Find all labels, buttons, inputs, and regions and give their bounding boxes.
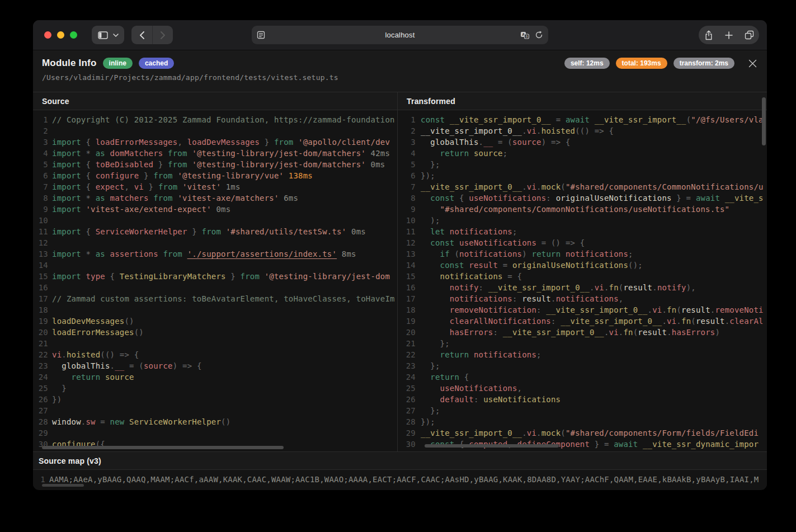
code-token: result xyxy=(696,317,725,326)
line-number: 17 xyxy=(398,293,416,304)
code-token: . xyxy=(662,305,667,314)
code-text: }; xyxy=(421,360,440,371)
code-token: : xyxy=(479,283,488,292)
line-number: 13 xyxy=(33,248,48,260)
sourcemap-horizontal-scrollbar[interactable] xyxy=(42,484,84,487)
code-token: }); xyxy=(421,417,435,426)
code-token: from xyxy=(158,249,187,258)
code-token: const xyxy=(421,238,454,247)
code-token: as xyxy=(96,194,105,203)
sidebar-toggle-button[interactable] xyxy=(92,26,124,44)
transformed-vertical-scrollbar[interactable] xyxy=(762,97,766,145)
code-token: : xyxy=(474,395,483,404)
code-token: vi xyxy=(652,305,662,314)
code-token: . xyxy=(536,182,541,191)
code-token: globalThis xyxy=(52,361,110,370)
code-text: let notifications; xyxy=(421,226,517,237)
code-token: from xyxy=(274,138,294,147)
metric-total: total: 193ms xyxy=(616,58,667,69)
code-line: 10 ); xyxy=(398,215,767,226)
code-token: import xyxy=(52,205,81,214)
code-token: '@testing-library/jest-dom/matchers' xyxy=(187,149,366,158)
code-token: = ( xyxy=(493,138,512,147)
new-tab-button[interactable] xyxy=(719,26,739,44)
code-text: __vite_ssr_import_0__.vi.hoisted(() => { xyxy=(421,125,614,136)
code-token: notifications xyxy=(445,227,512,236)
source-horizontal-scrollbar[interactable] xyxy=(42,446,284,449)
code-line: 22vi.hoisted(() => { xyxy=(33,349,397,360)
code-line: 11import { ServiceWorkerHelper } from '#… xyxy=(33,226,397,237)
code-token: . xyxy=(522,126,527,135)
line-number: 1 xyxy=(398,114,416,125)
code-text: notify: __vite_ssr_import_0__.vi.fn(resu… xyxy=(421,282,696,293)
code-token: ) xyxy=(522,249,531,258)
code-token: "#shared/components/Form/fields/FieldEdi xyxy=(566,429,759,437)
code-line: 14 const result = originalUseNotificatio… xyxy=(398,260,767,271)
code-text: AAMA;AAeA,yBAAG,QAAQ,MAAM;AACf,aAAW,KAAK… xyxy=(49,474,759,485)
back-button[interactable] xyxy=(131,26,152,44)
code-text: }); xyxy=(421,416,435,427)
code-token: from xyxy=(202,227,222,236)
code-token: ) => { xyxy=(541,138,571,147)
line-number: 18 xyxy=(33,304,48,316)
source-panel-title: Source xyxy=(33,92,397,110)
badge-cached: cached xyxy=(139,58,174,69)
line-number: 22 xyxy=(398,349,416,360)
line-number: 5 xyxy=(398,159,416,170)
code-line: 12 xyxy=(33,237,397,248)
code-token: () xyxy=(221,417,230,426)
line-number: 7 xyxy=(398,181,416,192)
close-dialog-button[interactable] xyxy=(748,59,757,68)
code-token: } xyxy=(52,384,67,393)
code-token: ); xyxy=(421,216,440,225)
close-window-button[interactable] xyxy=(44,31,51,39)
minimize-window-button[interactable] xyxy=(57,31,64,39)
code-line: 2__vite_ssr_import_0__.vi.hoisted(() => … xyxy=(398,125,767,136)
module-link[interactable]: './support/assertions/index.ts' xyxy=(187,249,337,258)
code-token: __vite_ssr_import_0__ xyxy=(488,283,590,292)
code-token: result xyxy=(623,283,652,292)
code-token: ServiceWorkerHelper xyxy=(96,227,187,236)
module-info-header: Module Info inline cached self: 12ms tot… xyxy=(33,50,767,92)
code-line: 16 xyxy=(33,282,397,293)
code-token: 42ms xyxy=(366,149,390,158)
code-token: notifications xyxy=(469,350,536,359)
code-token: import xyxy=(52,227,81,236)
code-text: notifications: result.notifications, xyxy=(421,293,623,304)
code-line: 25 useNotifications, xyxy=(398,383,767,394)
code-line: 9 "#shared/components/CommonNotification… xyxy=(398,204,767,215)
code-token: // Zammad custom assertions: toBeAvatarE… xyxy=(52,294,395,303)
address-bar[interactable]: localhost A a xyxy=(252,26,548,44)
code-token: . xyxy=(604,283,609,292)
code-token: from xyxy=(163,149,187,158)
code-token: source xyxy=(512,138,541,147)
code-token: const xyxy=(421,261,464,270)
tab-overview-button[interactable] xyxy=(739,26,759,44)
code-token: from xyxy=(241,272,260,281)
code-token: . xyxy=(652,283,657,292)
code-token: TestingLibraryMatchers xyxy=(120,272,226,281)
code-text: import { expect, vi } from 'vitest' 1ms xyxy=(52,181,241,192)
code-token: ( xyxy=(561,429,566,437)
line-number: 19 xyxy=(398,316,416,327)
transformed-horizontal-scrollbar[interactable] xyxy=(425,444,559,448)
code-token: , xyxy=(517,384,522,393)
code-token: result xyxy=(522,294,551,303)
code-text: __vite_ssr_import_0__.vi.mock("#shared/c… xyxy=(421,181,764,192)
code-token: (); xyxy=(628,261,643,270)
chevron-down-icon xyxy=(113,34,119,37)
code-token: }; xyxy=(421,361,440,370)
code-token: __vite_ssr_import_0__ xyxy=(503,328,604,337)
code-token: originalUseNotifications xyxy=(512,261,628,270)
code-line: 21 xyxy=(33,338,397,349)
code-line: 16 notify: __vite_ssr_import_0__.vi.fn(r… xyxy=(398,282,767,293)
code-token: '@testing-library/vue' xyxy=(173,171,284,180)
forward-button[interactable] xyxy=(152,26,173,44)
zoom-window-button[interactable] xyxy=(70,31,77,39)
code-token: notifications xyxy=(459,249,522,258)
close-icon xyxy=(748,59,757,68)
share-button[interactable] xyxy=(699,26,719,44)
line-number: 16 xyxy=(398,282,416,293)
line-number: 20 xyxy=(398,327,416,338)
code-text: return source xyxy=(52,371,134,383)
